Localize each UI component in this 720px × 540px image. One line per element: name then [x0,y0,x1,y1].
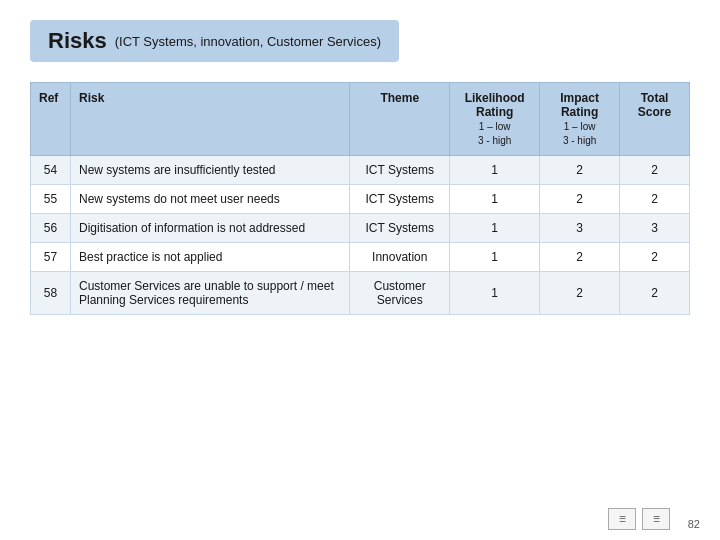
col-header-likelihood: Likelihood Rating1 – low3 - high [450,83,540,156]
cell-risk: New systems are insufficiently tested [70,156,349,185]
cell-impact: 2 [540,272,620,315]
col-header-total: Total Score [620,83,690,156]
table-row: 57 Best practice is not applied Innovati… [31,243,690,272]
cell-total: 2 [620,272,690,315]
cell-impact: 3 [540,214,620,243]
cell-likelihood: 1 [450,214,540,243]
cell-risk: Customer Services are unable to support … [70,272,349,315]
page-subtitle: (ICT Systems, innovation, Customer Servi… [115,34,381,49]
cell-theme: CustomerServices [350,272,450,315]
cell-theme: ICT Systems [350,185,450,214]
cell-total: 2 [620,156,690,185]
cell-theme: Innovation [350,243,450,272]
cell-risk: Digitisation of information is not addre… [70,214,349,243]
cell-likelihood: 1 [450,185,540,214]
cell-ref: 54 [31,156,71,185]
cell-risk: Best practice is not applied [70,243,349,272]
cell-impact: 2 [540,185,620,214]
col-header-impact: Impact Rating1 – low3 - high [540,83,620,156]
page-number: 82 [688,518,700,530]
cell-theme: ICT Systems [350,156,450,185]
col-header-ref: Ref [31,83,71,156]
page-title: Risks [48,28,107,54]
table-row: 54 New systems are insufficiently tested… [31,156,690,185]
cell-total: 2 [620,243,690,272]
cell-impact: 2 [540,156,620,185]
cell-ref: 58 [31,272,71,315]
cell-total: 3 [620,214,690,243]
cell-ref: 56 [31,214,71,243]
col-header-risk: Risk [70,83,349,156]
cell-ref: 57 [31,243,71,272]
table-row: 55 New systems do not meet user needs IC… [31,185,690,214]
col-header-theme: Theme [350,83,450,156]
cell-total: 2 [620,185,690,214]
cell-ref: 55 [31,185,71,214]
table-row: 58 Customer Services are unable to suppo… [31,272,690,315]
footer-icons: ☰ ☰ [608,508,670,530]
footer-icon-2: ☰ [642,508,670,530]
cell-risk: New systems do not meet user needs [70,185,349,214]
cell-theme: ICT Systems [350,214,450,243]
cell-likelihood: 1 [450,243,540,272]
table-body: 54 New systems are insufficiently tested… [31,156,690,315]
cell-likelihood: 1 [450,156,540,185]
page-container: Risks (ICT Systems, innovation, Customer… [0,0,720,540]
table-header-row: Ref Risk Theme Likelihood Rating1 – low3… [31,83,690,156]
table-row: 56 Digitisation of information is not ad… [31,214,690,243]
cell-likelihood: 1 [450,272,540,315]
title-bar: Risks (ICT Systems, innovation, Customer… [30,20,399,62]
cell-impact: 2 [540,243,620,272]
footer-icon-1: ☰ [608,508,636,530]
risks-table: Ref Risk Theme Likelihood Rating1 – low3… [30,82,690,315]
